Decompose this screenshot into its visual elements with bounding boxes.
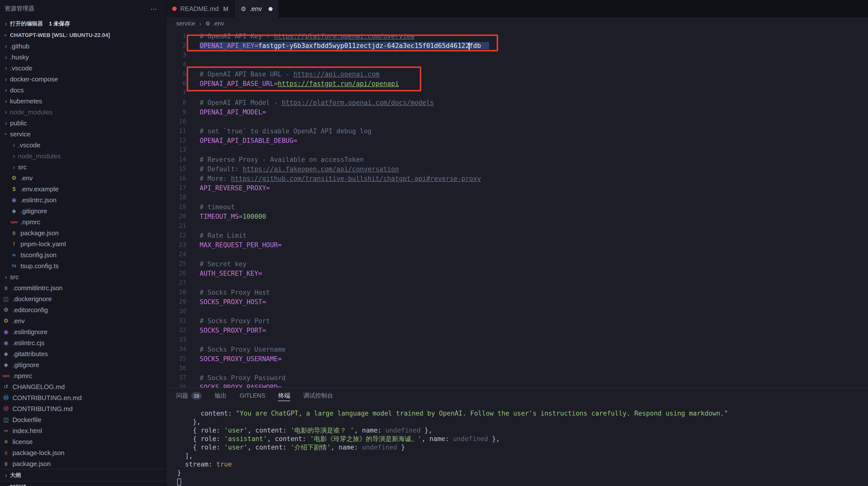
editor-line[interactable]: 11# set `true` to disable OpenAI API deb… bbox=[166, 126, 868, 136]
editor-line[interactable]: 29SOCKS_PROXY_HOST= bbox=[166, 297, 868, 307]
tree-folder-docs[interactable]: ›docs bbox=[0, 84, 166, 95]
tree-folder-node_modules[interactable]: ›node_modules bbox=[0, 150, 166, 161]
editor-line[interactable]: 37# Socks Proxy Password bbox=[166, 373, 868, 382]
tree-file-license[interactable]: ¤license bbox=[0, 436, 166, 447]
tree-file-.npmrc[interactable]: npm.npmrc bbox=[0, 370, 166, 381]
breadcrumb-item-.env[interactable]: ⚙.env bbox=[206, 20, 224, 27]
editor-line[interactable]: 26AUTH_SECRET_KEY= bbox=[166, 269, 868, 278]
editor-line[interactable]: 10 bbox=[166, 117, 868, 126]
editor-line[interactable]: 34# Socks Proxy Username bbox=[166, 345, 868, 354]
git-icon: ◆ bbox=[2, 361, 10, 368]
unsaved-dot-icon[interactable] bbox=[268, 7, 272, 11]
editor-line[interactable]: 6OPENAI_API_BASE_URL=https://fastgpt.run… bbox=[166, 79, 868, 88]
tree-file-.dockerignore[interactable]: ◫.dockerignore bbox=[0, 293, 166, 304]
editor-line[interactable]: 38SOCKS_PROXY_PASSWORD= bbox=[166, 382, 868, 388]
tree-folder-src[interactable]: ›src bbox=[0, 161, 166, 172]
tree-folder-.husky[interactable]: ›.husky bbox=[0, 52, 166, 62]
tree-folder-src[interactable]: ›src bbox=[0, 271, 166, 282]
editor-line[interactable]: 5# OpenAI API Base URL - https://api.ope… bbox=[166, 69, 868, 79]
editor-line[interactable]: 33 bbox=[166, 335, 868, 345]
tree-file-tsconfig.json[interactable]: tstsconfig.json bbox=[0, 249, 166, 260]
line-number: 21 bbox=[166, 221, 186, 231]
editor-line[interactable]: 9OPENAI_API_MODEL= bbox=[166, 107, 868, 117]
editor-line[interactable]: 14# Reverse Proxy - Available on accessT… bbox=[166, 155, 868, 164]
tab-.env[interactable]: ⚙.env bbox=[235, 0, 279, 18]
editor-line[interactable]: 3 bbox=[166, 51, 868, 60]
editor-line[interactable]: 13 bbox=[166, 145, 868, 155]
editor-line[interactable]: 4 bbox=[166, 60, 868, 69]
tree-folder-.vscode[interactable]: ›.vscode bbox=[0, 62, 166, 74]
terminal-output[interactable]: content: "You are ChatGPT, a large langu… bbox=[166, 403, 868, 486]
project-root-folder[interactable]: › CHATGPT-WEB [WSL: UBUNTU-22.04] bbox=[0, 29, 166, 40]
open-editors-section[interactable]: › 打开的编辑器 1 未保存 bbox=[0, 18, 166, 29]
tab-README.md[interactable]: README.mdM bbox=[166, 0, 235, 18]
tree-folder-node_modules[interactable]: ›node_modules bbox=[0, 106, 166, 117]
tree-folder-docker-compose[interactable]: ›docker-compose bbox=[0, 74, 166, 84]
panel-tab-输出[interactable]: 输出 bbox=[215, 388, 227, 403]
tree-folder-public[interactable]: ›public bbox=[0, 117, 166, 128]
editor-line[interactable]: 30 bbox=[166, 307, 868, 316]
terminal-segment: undefined bbox=[453, 435, 488, 442]
line-content: # Socks Proxy Password bbox=[200, 373, 285, 382]
tree-file-.env[interactable]: ⚙.env bbox=[0, 172, 166, 183]
code-segment: https://github.com/transitive-bullshit/c… bbox=[231, 175, 481, 182]
tree-folder-.vscode[interactable]: ›.vscode bbox=[0, 139, 166, 150]
tree-file-.gitignore[interactable]: ◆.gitignore bbox=[0, 359, 166, 370]
more-actions-icon[interactable]: ⋯ bbox=[150, 5, 158, 13]
editor-line[interactable]: 35SOCKS_PROXY_USERNAME= bbox=[166, 354, 868, 364]
editor-line[interactable]: 17API_REVERSE_PROXY= bbox=[166, 183, 868, 193]
tree-file-.env.example[interactable]: $.env.example bbox=[0, 183, 166, 194]
tree-folder-.github[interactable]: ›.github bbox=[0, 40, 166, 52]
tree-file-.commitlintrc.json[interactable]: {}.commitlintrc.json bbox=[0, 282, 166, 293]
editor-line[interactable]: 27 bbox=[166, 278, 868, 288]
tree-file-.gitattributes[interactable]: ◆.gitattributes bbox=[0, 348, 166, 359]
tree-file-.env[interactable]: ⚙.env bbox=[0, 315, 166, 326]
tree-file-package-lock.json[interactable]: {}package-lock.json bbox=[0, 447, 166, 458]
editor-line[interactable]: 12OPENAI_API_DISABLE_DEBUG= bbox=[166, 136, 868, 145]
panel-tab-问题[interactable]: 问题16 bbox=[176, 388, 202, 403]
tree-file-CHANGELOG.md[interactable]: ↺CHANGELOG.md bbox=[0, 381, 166, 392]
tree-file-tsup.config.ts[interactable]: TStsup.config.ts bbox=[0, 260, 166, 271]
tree-file-package.json[interactable]: {}package.json bbox=[0, 458, 166, 469]
editor-line[interactable]: 16# More: https://github.com/transitive-… bbox=[166, 174, 868, 183]
editor-line[interactable]: 20TIMEOUT_MS=100000 bbox=[166, 212, 868, 221]
editor-line[interactable]: 15# Default: https://ai.fakeopen.com/api… bbox=[166, 164, 868, 174]
panel-tab-GITLENS[interactable]: GITLENS bbox=[240, 388, 265, 403]
tree-file-index.html[interactable]: <>index.html bbox=[0, 425, 166, 436]
breadcrumb-item-service[interactable]: service bbox=[176, 20, 195, 27]
tree-file-.eslintignore[interactable]: ◉.eslintignore bbox=[0, 326, 166, 337]
tree-file-CONTRIBUTING.md[interactable]: ⓂCONTRIBUTING.md bbox=[0, 403, 166, 414]
tree-file-.eslintrc.json[interactable]: ◉.eslintrc.json bbox=[0, 194, 166, 205]
tree-file-.gitignore[interactable]: ◆.gitignore bbox=[0, 205, 166, 216]
panel-tab-调试控制台[interactable]: 调试控制台 bbox=[303, 388, 333, 403]
tree-folder-kubernetes[interactable]: ›kubernetes bbox=[0, 95, 166, 106]
editor-line[interactable]: 31# Socks Proxy Port bbox=[166, 316, 868, 326]
editor-line[interactable]: 28# Socks Proxy Host bbox=[166, 288, 868, 297]
tree-file-CONTRIBUTING.en.md[interactable]: ⓂCONTRIBUTING.en.md bbox=[0, 392, 166, 403]
tree-file-package.json[interactable]: {}package.json bbox=[0, 227, 166, 238]
tree-folder-service[interactable]: ›service bbox=[0, 128, 166, 139]
editor-line[interactable]: 24 bbox=[166, 250, 868, 259]
editor-line[interactable]: 18 bbox=[166, 193, 868, 202]
editor-line[interactable]: 8# OpenAI API Model - https://platform.o… bbox=[166, 98, 868, 107]
editor-line[interactable]: 22# Rate Limit bbox=[166, 231, 868, 240]
editor-line[interactable]: 23MAX_REQUEST_PER_HOUR= bbox=[166, 240, 868, 250]
terminal-segment: , content: bbox=[248, 427, 290, 434]
panel-tab-终端[interactable]: 终端 bbox=[278, 388, 290, 403]
code-editor[interactable]: 1# OpenAI API Key - https://platform.ope… bbox=[166, 29, 868, 388]
tree-file-pnpm-lock.yaml[interactable]: !pnpm-lock.yaml bbox=[0, 238, 166, 249]
tree-file-.eslintrc.cjs[interactable]: ◉.eslintrc.cjs bbox=[0, 337, 166, 348]
tree-file-Dockerfile[interactable]: ◫Dockerfile bbox=[0, 414, 166, 425]
editor-line[interactable]: 7 bbox=[166, 88, 868, 98]
editor-line[interactable]: 36 bbox=[166, 364, 868, 373]
sidebar-section-时间线[interactable]: ›时间线 bbox=[0, 481, 166, 486]
editor-line[interactable]: 19# timeout bbox=[166, 202, 868, 212]
tree-file-.editorconfig[interactable]: ⚙.editorconfig bbox=[0, 304, 166, 315]
editor-line[interactable]: 32SOCKS_PROXY_PORT= bbox=[166, 326, 868, 335]
editor-line[interactable]: 1# OpenAI API Key - https://platform.ope… bbox=[166, 31, 868, 41]
sidebar-section-大纲[interactable]: ›大纲 bbox=[0, 469, 166, 481]
editor-line[interactable]: 2OPENAI_API_KEY=fastgpt-y6b3axfbdd5wyp01… bbox=[166, 41, 868, 51]
editor-line[interactable]: 21 bbox=[166, 221, 868, 231]
editor-line[interactable]: 25# Secret key bbox=[166, 259, 868, 269]
tree-file-.npmrc[interactable]: npm.npmrc bbox=[0, 216, 166, 227]
